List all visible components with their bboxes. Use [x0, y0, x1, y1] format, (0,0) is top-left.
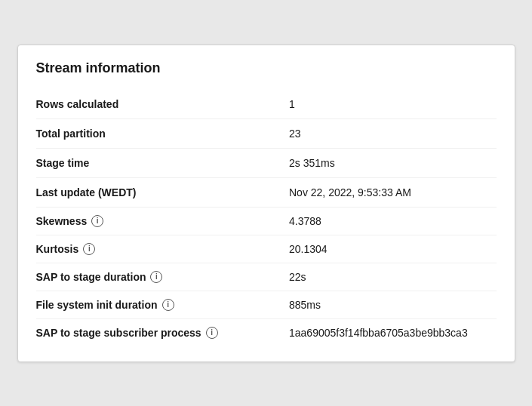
- table-row: SAP to stage durationi22s: [36, 263, 497, 291]
- table-row: Kurtosisi20.1304: [36, 235, 497, 263]
- label-cell-sap-to-stage-duration: SAP to stage durationi: [36, 263, 290, 291]
- label-sap-to-stage-duration: SAP to stage duration: [36, 271, 146, 283]
- value-stage-time: 2s 351ms: [289, 157, 335, 169]
- label-rows-calculated: Rows calculated: [36, 98, 119, 110]
- table-row: File system init durationi885ms: [36, 291, 497, 318]
- label-cell-sap-to-stage-subscriber: SAP to stage subscriber processi: [36, 318, 290, 346]
- info-icon-sap-to-stage-subscriber[interactable]: i: [206, 327, 218, 339]
- value-skewness: 4.3788: [289, 215, 321, 227]
- value-rows-calculated: 1: [289, 98, 295, 110]
- table-row: SAP to stage subscriber processi1aa69005…: [36, 318, 497, 346]
- label-kurtosis: Kurtosis: [36, 243, 79, 255]
- value-cell-total-partition: 23: [289, 118, 497, 148]
- card-title: Stream information: [36, 60, 497, 76]
- value-cell-kurtosis: 20.1304: [289, 235, 497, 263]
- label-skewness: Skewness: [36, 215, 88, 227]
- value-cell-sap-to-stage-duration: 22s: [289, 263, 497, 291]
- info-icon-skewness[interactable]: i: [91, 215, 103, 227]
- value-cell-last-update: Nov 22, 2022, 9:53:33 AM: [289, 177, 497, 207]
- label-total-partition: Total partition: [36, 128, 106, 140]
- value-total-partition: 23: [289, 128, 301, 140]
- value-cell-skewness: 4.3788: [289, 207, 497, 235]
- info-icon-sap-to-stage-duration[interactable]: i: [150, 271, 162, 283]
- value-cell-file-system-init: 885ms: [289, 291, 497, 318]
- label-cell-rows-calculated: Rows calculated: [36, 90, 290, 119]
- table-row: Skewnessi4.3788: [36, 207, 497, 235]
- table-row: Rows calculated1: [36, 90, 497, 119]
- label-cell-total-partition: Total partition: [36, 118, 290, 148]
- value-sap-to-stage-subscriber: 1aa69005f3f14fbba6705a3be9bb3ca3: [289, 327, 468, 339]
- info-table: Rows calculated1Total partition23Stage t…: [36, 90, 497, 346]
- label-cell-file-system-init: File system init durationi: [36, 291, 290, 318]
- label-sap-to-stage-subscriber: SAP to stage subscriber process: [36, 327, 201, 339]
- value-cell-rows-calculated: 1: [289, 90, 497, 119]
- label-stage-time: Stage time: [36, 157, 90, 169]
- label-file-system-init: File system init duration: [36, 299, 158, 311]
- info-icon-file-system-init[interactable]: i: [162, 299, 174, 311]
- label-last-update: Last update (WEDT): [36, 186, 137, 198]
- table-row: Total partition23: [36, 118, 497, 148]
- table-row: Stage time2s 351ms: [36, 148, 497, 177]
- label-cell-last-update: Last update (WEDT): [36, 177, 290, 207]
- info-icon-kurtosis[interactable]: i: [83, 243, 95, 255]
- value-cell-sap-to-stage-subscriber: 1aa69005f3f14fbba6705a3be9bb3ca3: [289, 318, 497, 346]
- stream-information-card: Stream information Rows calculated1Total…: [17, 45, 515, 362]
- label-cell-skewness: Skewnessi: [36, 207, 290, 235]
- table-row: Last update (WEDT)Nov 22, 2022, 9:53:33 …: [36, 177, 497, 207]
- value-file-system-init: 885ms: [289, 299, 321, 311]
- value-sap-to-stage-duration: 22s: [289, 271, 306, 283]
- label-cell-stage-time: Stage time: [36, 148, 290, 177]
- value-last-update: Nov 22, 2022, 9:53:33 AM: [289, 186, 411, 198]
- value-kurtosis: 20.1304: [289, 243, 328, 255]
- value-cell-stage-time: 2s 351ms: [289, 148, 497, 177]
- label-cell-kurtosis: Kurtosisi: [36, 235, 290, 263]
